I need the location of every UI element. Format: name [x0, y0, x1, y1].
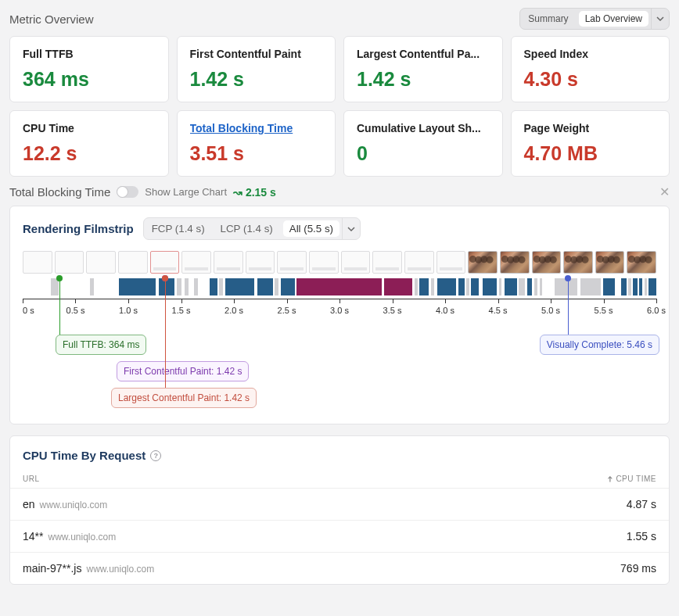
rendering-filmstrip-panel: Rendering Filmstrip FCP (1.4 s) LCP (1.4…: [9, 206, 670, 424]
activity-segment: [177, 278, 181, 295]
filmstrip-thumb[interactable]: [150, 251, 180, 274]
filmstrip-thumb[interactable]: [595, 251, 625, 274]
metric-label: Speed Index: [524, 48, 657, 60]
axis-tick: [551, 299, 551, 303]
help-icon[interactable]: ?: [150, 450, 161, 461]
activity-segment: [505, 278, 517, 295]
axis-tick: [75, 299, 76, 303]
filmstrip-range-lcp[interactable]: LCP (1.4 s): [213, 218, 281, 239]
page-title: Metric Overview: [9, 13, 94, 26]
activity-segment: [534, 278, 537, 295]
activity-segment: [621, 278, 627, 295]
cpu-row[interactable]: enwww.uniqlo.com4.87 s: [10, 488, 669, 520]
metric-card[interactable]: Largest Contentful Pa...1.42 s: [343, 36, 503, 102]
activity-segment: [639, 278, 642, 295]
metric-value: 12.2 s: [23, 142, 156, 165]
axis-tick: [498, 299, 499, 303]
filmstrip-thumb[interactable]: [55, 251, 84, 274]
activity-bar: [23, 278, 656, 295]
marker-label: First Contentful Paint: 1.42 s: [117, 361, 249, 381]
activity-segment: [431, 278, 435, 295]
filmstrip-thumb[interactable]: [23, 251, 52, 274]
filmstrip-thumbs: [10, 251, 669, 274]
filmstrip-thumb[interactable]: [500, 251, 530, 274]
marker-line: [59, 278, 60, 338]
view-more-chevron-icon[interactable]: [651, 9, 669, 29]
view-segmented-control[interactable]: Summary Lab Overview: [519, 8, 670, 30]
filmstrip-thumb[interactable]: [468, 251, 498, 274]
activity-segment: [540, 278, 542, 295]
filmstrip-range-fcp[interactable]: FCP (1.4 s): [144, 218, 213, 239]
activity-segment: [519, 278, 525, 295]
close-icon[interactable]: ✕: [659, 184, 670, 199]
activity-segment: [499, 278, 501, 295]
activity-segment: [275, 278, 278, 295]
metric-label: Total Blocking Time: [190, 122, 323, 134]
axis-tick: [287, 299, 288, 303]
axis-tick: [181, 299, 182, 303]
metric-card[interactable]: Page Weight4.70 MB: [511, 110, 670, 177]
metric-label: Full TTFB: [23, 48, 156, 60]
metric-label: Largest Contentful Pa...: [357, 48, 490, 60]
filmstrip-thumb[interactable]: [341, 251, 371, 274]
axis-tick: [604, 299, 605, 303]
metric-label: Cumulative Layout Sh...: [357, 122, 490, 134]
metric-card[interactable]: CPU Time12.2 s: [9, 110, 169, 177]
cpu-col-time[interactable]: ➔ CPU TIME: [606, 475, 656, 483]
metric-label: First Contentful Paint: [190, 48, 323, 60]
filmstrip-thumb[interactable]: [563, 251, 593, 274]
filmstrip-range-chevron-icon[interactable]: [342, 218, 360, 239]
filmstrip-range-segmented[interactable]: FCP (1.4 s) LCP (1.4 s) All (5.5 s): [143, 217, 361, 240]
activity-segment: [645, 278, 647, 295]
activity-segment: [580, 278, 601, 295]
cpu-row[interactable]: main-97**.jswww.uniqlo.com769 ms: [10, 552, 669, 584]
metric-value: 3.51 s: [190, 142, 323, 165]
activity-segment: [415, 278, 418, 295]
metric-card[interactable]: Speed Index4.30 s: [511, 36, 670, 102]
metric-card[interactable]: Total Blocking Time3.51 s: [177, 110, 336, 177]
tab-lab-overview[interactable]: Lab Overview: [579, 11, 648, 27]
marker-line: [165, 278, 166, 391]
metric-card[interactable]: Cumulative Layout Sh...0: [343, 110, 503, 177]
marker-dot-icon: [56, 275, 63, 281]
activity-segment: [296, 278, 382, 295]
activity-segment: [185, 278, 189, 295]
filmstrip-thumb[interactable]: [436, 251, 466, 274]
cpu-time-title: CPU Time By Request: [23, 449, 146, 462]
filmstrip-range-all[interactable]: All (5.5 s): [283, 220, 340, 237]
filmstrip-thumb[interactable]: [404, 251, 434, 274]
timeline-markers: Full TTFB: 364 msFirst Contentful Paint:…: [23, 311, 656, 413]
filmstrip-thumb[interactable]: [627, 251, 656, 274]
filmstrip-thumb[interactable]: [118, 251, 148, 274]
filmstrip-thumb[interactable]: [532, 251, 562, 274]
filmstrip-thumb[interactable]: [181, 251, 211, 274]
metric-cards-grid-2: CPU Time12.2 sTotal Blocking Time3.51 sC…: [0, 110, 679, 177]
filmstrip-thumb[interactable]: [309, 251, 339, 274]
cpu-row-time: 769 ms: [620, 562, 656, 575]
marker-label: Full TTFB: 364 ms: [56, 335, 146, 355]
filmstrip-thumb[interactable]: [86, 251, 116, 274]
activity-segment: [257, 278, 273, 295]
activity-segment: [419, 278, 429, 295]
filmstrip-thumb[interactable]: [246, 251, 275, 274]
metric-cards-grid: Full TTFB364 msFirst Contentful Paint1.4…: [0, 36, 679, 102]
marker-dot-icon: [565, 275, 571, 281]
filmstrip-thumb[interactable]: [277, 251, 307, 274]
time-axis: 0 s0.5 s1.0 s1.5 s2.0 s2.5 s3.0 s3.5 s4.…: [23, 299, 656, 311]
axis-tick: [445, 299, 446, 303]
show-large-chart-toggle[interactable]: [117, 186, 138, 198]
filmstrip-thumb[interactable]: [214, 251, 243, 274]
tab-summary[interactable]: Summary: [520, 9, 576, 29]
cpu-time-panel: CPU Time By Request ? URL ➔ CPU TIME enw…: [9, 435, 670, 585]
filmstrip-thumb[interactable]: [372, 251, 402, 274]
activity-segment: [219, 278, 223, 295]
axis-tick: [340, 299, 340, 303]
axis-tick: [393, 299, 393, 303]
activity-segment: [466, 278, 469, 295]
metric-value: 0: [357, 142, 490, 165]
sort-asc-icon: ➔: [605, 475, 614, 482]
cpu-col-url[interactable]: URL: [23, 475, 40, 483]
cpu-row[interactable]: 14**www.uniqlo.com1.55 s: [10, 520, 669, 552]
metric-card[interactable]: First Contentful Paint1.42 s: [177, 36, 336, 102]
metric-card[interactable]: Full TTFB364 ms: [9, 36, 169, 102]
